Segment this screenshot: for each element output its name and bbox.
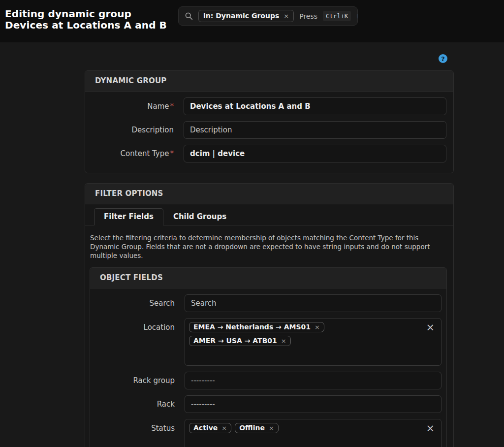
dynamic-group-panel: DYNAMIC GROUP Name* Description Content … <box>85 70 454 173</box>
search-hint-prefix: Press <box>299 12 317 20</box>
rack-group-label: Rack group <box>96 376 185 385</box>
location-row: Location EMEA → Netherlands → AMS01 × AM… <box>96 318 441 366</box>
tab-filter-fields[interactable]: Filter Fields <box>94 208 163 225</box>
location-label: Location <box>96 318 185 332</box>
filter-options-panel: FILTER OPTIONS Filter Fields Child Group… <box>85 183 454 447</box>
search-label: Search <box>96 299 185 308</box>
clear-location-icon[interactable]: × <box>426 322 435 333</box>
form-container: DYNAMIC GROUP Name* Description Content … <box>85 70 454 447</box>
status-tag: Offline × <box>235 423 279 433</box>
rack-label: Rack <box>96 400 185 409</box>
search-row: Search <box>96 294 441 312</box>
name-label: Name* <box>92 102 184 111</box>
search-scope-label: in: Dynamic Groups <box>203 12 279 20</box>
rack-group-row: Rack group --------- <box>96 372 441 389</box>
main-content: ? DYNAMIC GROUP Name* Description <box>0 42 504 447</box>
location-tag-label: AMER → USA → ATB01 <box>193 337 277 345</box>
filter-help-text: Select the filtering criteria to determi… <box>90 234 447 260</box>
location-multiselect[interactable]: EMEA → Netherlands → AMS01 × AMER → USA … <box>185 318 441 366</box>
description-label: Description <box>92 126 184 134</box>
help-icon[interactable]: ? <box>439 54 447 63</box>
required-asterisk: * <box>170 149 174 158</box>
name-row: Name* <box>92 97 446 115</box>
status-tag-label: Active <box>193 424 218 432</box>
rack-placeholder: --------- <box>191 400 215 409</box>
global-search-input[interactable]: in: Dynamic Groups × Press Ctrl+K to sea… <box>178 6 358 26</box>
status-multiselect[interactable]: Active × Offline × × <box>185 419 441 447</box>
remove-scope-icon[interactable]: × <box>284 12 289 20</box>
filter-tabs: Filter Fields Child Groups <box>85 204 453 225</box>
status-row: Status Active × Offline × <box>96 419 441 447</box>
page-title: Editing dynamic group Devices at Locatio… <box>5 8 178 31</box>
search-icon <box>185 12 193 20</box>
content-type-row: Content Type* dcim | device <box>92 145 446 162</box>
description-row: Description <box>92 121 446 139</box>
rack-group-select[interactable]: --------- <box>185 372 441 389</box>
rack-group-placeholder: --------- <box>191 376 215 385</box>
location-tag: AMER → USA → ATB01 × <box>189 336 291 346</box>
object-fields-panel: OBJECT FIELDS Search Location <box>90 267 447 447</box>
remove-tag-icon[interactable]: × <box>269 424 274 432</box>
object-search-field[interactable] <box>185 294 441 312</box>
description-field[interactable] <box>184 121 446 139</box>
remove-tag-icon[interactable]: × <box>281 337 286 345</box>
required-asterisk: * <box>170 102 174 111</box>
name-field[interactable] <box>184 97 446 115</box>
search-hint-suffix: to search <box>356 12 358 20</box>
rack-select[interactable]: --------- <box>185 395 441 413</box>
ctrl-k-kbd: Ctrl+K <box>323 11 351 21</box>
remove-tag-icon[interactable]: × <box>315 323 320 331</box>
status-tag: Active × <box>189 423 231 433</box>
dynamic-group-panel-title: DYNAMIC GROUP <box>85 71 453 92</box>
location-tag: EMEA → Netherlands → AMS01 × <box>189 322 324 332</box>
clear-status-icon[interactable]: × <box>426 423 435 434</box>
tab-child-groups[interactable]: Child Groups <box>163 208 236 225</box>
status-label: Status <box>96 419 185 433</box>
content-type-select[interactable]: dcim | device <box>184 145 446 162</box>
remove-tag-icon[interactable]: × <box>221 424 227 432</box>
object-fields-panel-title: OBJECT FIELDS <box>90 268 446 288</box>
content-type-label: Content Type* <box>92 149 184 158</box>
filter-options-panel-title: FILTER OPTIONS <box>85 184 453 204</box>
status-tag-label: Offline <box>239 424 265 432</box>
content-type-value: dcim | device <box>190 149 245 158</box>
location-tag-label: EMEA → Netherlands → AMS01 <box>193 323 311 331</box>
search-scope-chip[interactable]: in: Dynamic Groups × <box>198 10 294 22</box>
rack-row: Rack --------- <box>96 395 441 413</box>
top-header: Editing dynamic group Devices at Locatio… <box>0 0 504 42</box>
